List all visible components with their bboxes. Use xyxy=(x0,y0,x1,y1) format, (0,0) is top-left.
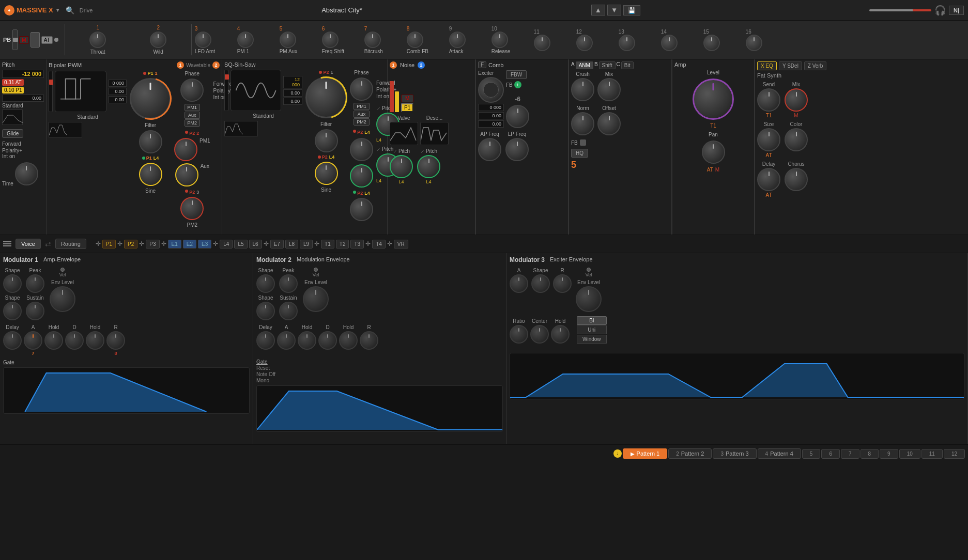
mod3-center-knob[interactable] xyxy=(530,325,549,344)
size-knob[interactable] xyxy=(757,128,780,151)
macro-8-knob[interactable] xyxy=(407,32,423,48)
mod3-ratio-knob[interactable] xyxy=(510,325,528,344)
mod3-a-knob[interactable] xyxy=(510,274,528,293)
preset-name[interactable]: Abstract City* xyxy=(321,6,362,14)
osc1-filter-knob[interactable] xyxy=(139,130,162,153)
pattern-3-btn[interactable]: 3 Pattern 3 xyxy=(713,448,756,459)
macro-13-knob[interactable] xyxy=(619,35,635,51)
route-l6-btn[interactable]: L6 xyxy=(249,240,262,248)
aux1-btn[interactable]: Aux xyxy=(185,112,201,119)
comb-knob1[interactable] xyxy=(506,105,529,128)
mod1-env-level-knob[interactable] xyxy=(50,286,75,312)
bi-btn[interactable]: Bi xyxy=(577,316,607,325)
mod2-shape-knob[interactable] xyxy=(256,274,275,293)
comb-lp-knob[interactable] xyxy=(505,138,529,161)
mod2-r-knob[interactable] xyxy=(360,331,378,350)
osc2-aux-knob[interactable] xyxy=(350,164,373,188)
bit-tab[interactable]: Bit xyxy=(621,61,634,69)
pattern-5-btn[interactable]: 5 xyxy=(802,449,821,459)
osc1-main-knob[interactable] xyxy=(130,78,171,119)
pattern-10-btn[interactable]: 10 xyxy=(899,449,920,459)
route-p1-btn[interactable]: P1 xyxy=(102,240,116,248)
crush-knob[interactable] xyxy=(571,78,594,101)
route-e1-btn[interactable]: E1 xyxy=(168,240,181,248)
osc2-pm2-knob2[interactable] xyxy=(350,198,373,221)
at-button[interactable]: AT xyxy=(41,36,53,44)
route-t4-btn[interactable]: T4 xyxy=(372,240,386,248)
y-sdel-btn[interactable]: Y SDel xyxy=(779,61,802,70)
pattern-8-btn[interactable]: 8 xyxy=(861,449,879,459)
osc2-knob2[interactable] xyxy=(315,162,338,185)
send-knob[interactable] xyxy=(757,88,780,112)
route-t3-btn[interactable]: T3 xyxy=(350,240,364,248)
search-icon[interactable]: 🔍 xyxy=(66,6,74,14)
route-t2-btn[interactable]: T2 xyxy=(336,240,349,248)
anm-tab[interactable]: ANM xyxy=(576,61,593,69)
pan-knob[interactable] xyxy=(702,141,725,164)
route-l5-btn[interactable]: L5 xyxy=(234,240,247,248)
macro-16-knob[interactable] xyxy=(746,35,762,51)
osc2-val2[interactable]: 0.00 xyxy=(283,89,302,97)
pattern-6-btn[interactable]: 6 xyxy=(821,449,840,459)
pattern-2-btn[interactable]: 2 Pattern 2 xyxy=(668,448,712,459)
comb-val2[interactable]: 0.00 xyxy=(478,112,504,119)
route-t1-btn[interactable]: T1 xyxy=(321,240,334,248)
hq-button[interactable]: HQ xyxy=(571,149,588,158)
route-l4-btn[interactable]: L4 xyxy=(220,240,233,248)
macro-4-knob[interactable] xyxy=(237,32,254,48)
level-knob[interactable] xyxy=(693,79,734,120)
macro-14-knob[interactable] xyxy=(661,35,678,51)
pattern-11-btn[interactable]: 11 xyxy=(921,449,943,459)
osc1-pm2-knob[interactable] xyxy=(180,197,204,220)
osc2-filter-knob[interactable] xyxy=(315,129,338,152)
osc1-knob2[interactable] xyxy=(139,163,162,186)
mod1-a-knob[interactable]: 7 xyxy=(24,331,42,350)
route-e2-btn[interactable]: E2 xyxy=(183,240,196,248)
macro-15-knob[interactable] xyxy=(703,35,720,51)
macro-2-knob[interactable] xyxy=(150,32,166,48)
mod1-hold-knob[interactable] xyxy=(44,331,63,350)
mod3-env-level-knob[interactable] xyxy=(576,286,602,312)
osc2-phase-knob[interactable] xyxy=(350,77,373,101)
macro-9-knob[interactable] xyxy=(449,32,466,48)
mod-slider[interactable] xyxy=(30,32,40,48)
osc1-val2[interactable]: 0.00 xyxy=(109,88,127,95)
glide-button[interactable]: Glide xyxy=(2,129,23,138)
pattern-4-btn[interactable]: 4 Pattern 4 xyxy=(758,448,801,459)
pattern-12-btn[interactable]: 12 xyxy=(944,449,965,459)
delay-knob[interactable] xyxy=(757,168,780,191)
fb-add-btn[interactable]: + xyxy=(514,81,521,88)
mod3-r-knob[interactable] xyxy=(553,274,572,293)
osc2-main-knob[interactable] xyxy=(305,77,347,118)
route-l9-btn[interactable]: L9 xyxy=(300,240,313,248)
routing-tab[interactable]: Routing xyxy=(55,239,86,249)
prev-preset-btn[interactable]: ▲ xyxy=(591,5,605,15)
macro-3-knob[interactable] xyxy=(195,32,211,48)
macro-11-knob[interactable] xyxy=(534,35,550,51)
color-knob[interactable] xyxy=(785,128,808,151)
mod2-a-knob[interactable] xyxy=(277,331,296,350)
route-l8-btn[interactable]: L8 xyxy=(285,240,298,248)
comb-val1[interactable]: 0 000 xyxy=(478,104,504,111)
mod2-hold-knob[interactable] xyxy=(298,331,316,350)
mod2-hold2-knob[interactable] xyxy=(339,331,358,350)
mod1-hold2-knob[interactable] xyxy=(86,331,104,350)
mod2-d-knob[interactable] xyxy=(318,331,337,350)
osc1-val3[interactable]: 0.00 xyxy=(109,96,127,103)
pm1-btn[interactable]: PM1 xyxy=(185,104,201,111)
osc2-aux-btn[interactable]: Aux xyxy=(354,111,370,118)
comb-val3[interactable]: 0.00 xyxy=(478,120,504,128)
comb-ap-knob[interactable] xyxy=(478,138,501,161)
mod1-shape2-knob[interactable] xyxy=(3,302,22,320)
mod2-shape2-knob[interactable] xyxy=(256,302,275,320)
offset-knob[interactable] xyxy=(597,112,621,135)
osc1-pm1-knob[interactable] xyxy=(174,138,197,161)
mod1-delay-knob[interactable] xyxy=(3,331,22,350)
mod1-shape-knob[interactable] xyxy=(3,274,22,293)
mod1-r-knob[interactable]: 8 xyxy=(106,331,125,350)
noise-m-btn[interactable]: M xyxy=(401,95,413,102)
pattern-9-btn[interactable]: 9 xyxy=(880,449,898,459)
osc1-phase-knob[interactable] xyxy=(180,79,204,102)
save-preset-btn[interactable]: 💾 xyxy=(623,5,640,15)
norm-knob[interactable] xyxy=(571,112,594,135)
